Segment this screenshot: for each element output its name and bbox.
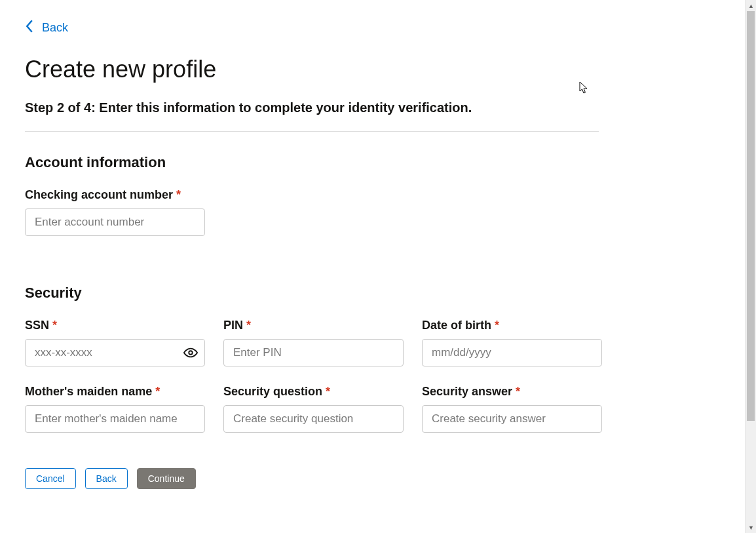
field-mother-maiden: Mother's maiden name * <box>25 385 205 433</box>
checking-account-label-text: Checking account number <box>25 188 173 201</box>
required-mark: * <box>176 188 181 201</box>
button-row: Cancel Back Continue <box>25 468 721 489</box>
section-heading-account: Account information <box>25 154 721 171</box>
checking-account-label: Checking account number * <box>25 188 205 202</box>
security-row-2: Mother's maiden name * Security question… <box>25 385 721 433</box>
chevron-left-icon <box>25 20 34 36</box>
security-answer-input[interactable] <box>422 405 602 433</box>
divider <box>25 131 599 132</box>
required-mark: * <box>155 385 160 398</box>
back-link-label: Back <box>42 21 68 35</box>
field-checking-account: Checking account number * <box>25 188 205 236</box>
ssn-input-wrap <box>25 339 205 366</box>
pin-input[interactable] <box>223 339 404 366</box>
scrollbar-thumb[interactable] <box>747 11 755 421</box>
ssn-input[interactable] <box>25 339 205 366</box>
cancel-button[interactable]: Cancel <box>25 468 76 489</box>
field-dob: Date of birth * <box>422 319 602 366</box>
field-pin: PIN * <box>223 319 404 366</box>
field-security-answer: Security answer * <box>422 385 602 433</box>
ssn-label: SSN * <box>25 319 205 332</box>
mother-maiden-label-text: Mother's maiden name <box>25 385 152 398</box>
account-fields: Checking account number * <box>25 188 721 254</box>
svg-point-0 <box>189 351 193 355</box>
ssn-label-text: SSN <box>25 319 49 332</box>
dob-label-text: Date of birth <box>422 319 491 332</box>
step-description: Step 2 of 4: Enter this information to c… <box>25 100 721 115</box>
back-link[interactable]: Back <box>25 20 68 36</box>
security-question-input[interactable] <box>223 405 404 433</box>
dob-input[interactable] <box>422 339 602 366</box>
section-heading-security: Security <box>25 285 721 302</box>
pin-label-text: PIN <box>223 319 243 332</box>
create-profile-form: Back Create new profile Step 2 of 4: Ent… <box>0 0 721 509</box>
continue-button[interactable]: Continue <box>137 468 196 489</box>
required-mark: * <box>52 319 57 332</box>
security-row-1: SSN * PIN * Date of bi <box>25 319 721 366</box>
pin-label: PIN * <box>223 319 404 332</box>
required-mark: * <box>495 319 499 332</box>
eye-icon[interactable] <box>183 345 198 361</box>
security-answer-label-text: Security answer <box>422 385 512 398</box>
checking-account-input[interactable] <box>25 208 205 236</box>
field-security-question: Security question * <box>223 385 404 433</box>
scrollbar-track[interactable]: ▲ ▼ <box>745 0 756 533</box>
field-ssn: SSN * <box>25 319 205 366</box>
mother-maiden-input[interactable] <box>25 405 205 433</box>
required-mark: * <box>516 385 520 398</box>
required-mark: * <box>246 319 251 332</box>
page-title: Create new profile <box>25 56 721 83</box>
back-button[interactable]: Back <box>85 468 128 489</box>
security-question-label-text: Security question <box>223 385 322 398</box>
security-answer-label: Security answer * <box>422 385 602 399</box>
mother-maiden-label: Mother's maiden name * <box>25 385 205 399</box>
scrollbar-arrow-up-icon[interactable]: ▲ <box>746 0 756 11</box>
scrollbar-arrow-down-icon[interactable]: ▼ <box>746 522 756 533</box>
required-mark: * <box>326 385 330 398</box>
dob-label: Date of birth * <box>422 319 602 332</box>
security-question-label: Security question * <box>223 385 404 399</box>
